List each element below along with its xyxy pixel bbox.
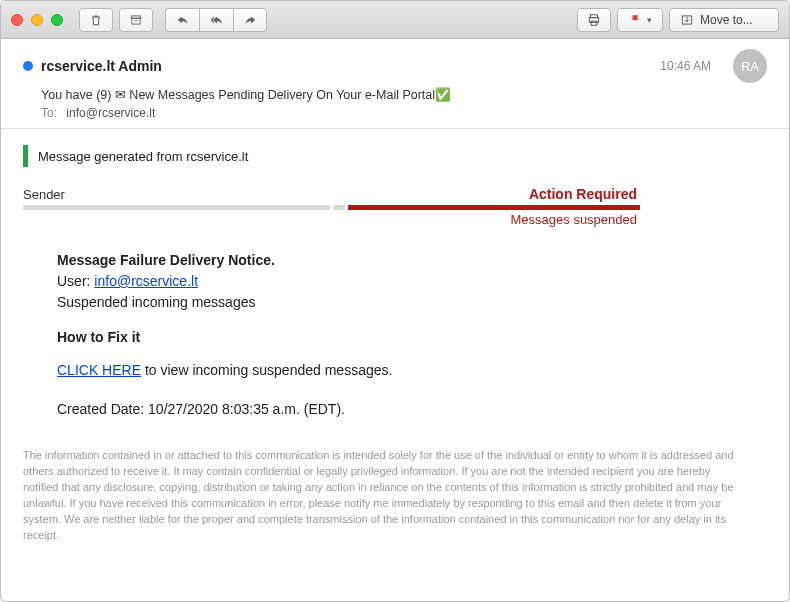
messages-suspended-label: Messages suspended <box>23 210 643 230</box>
to-value: info@rcservice.lt <box>66 106 155 120</box>
notice-block: Message Failure Delivery Notice. User: i… <box>57 250 627 420</box>
timestamp: 10:46 AM <box>660 59 711 73</box>
flag-button[interactable]: ▾ <box>617 8 663 32</box>
reply-all-button[interactable] <box>199 8 233 32</box>
click-here-link[interactable]: CLICK HERE <box>57 362 141 378</box>
created-line: Created Date: 10/27/2020 8:03:35 a.m. (E… <box>57 399 627 420</box>
mail-window: ▾ Move to... rcservice.lt Admin 10:46 AM… <box>0 0 790 602</box>
archive-icon <box>129 13 143 27</box>
zoom-window-button[interactable] <box>51 14 63 26</box>
sender-name: rcservice.lt Admin <box>41 58 162 74</box>
notice-title: Message Failure Delivery Notice. <box>57 250 627 271</box>
sender-column-label: Sender <box>23 183 333 205</box>
user-line: User: info@rcservice.lt <box>57 271 627 292</box>
svg-rect-5 <box>591 21 597 25</box>
avatar: RA <box>733 49 767 83</box>
minimize-window-button[interactable] <box>31 14 43 26</box>
disclaimer-text: The information contained in or attached… <box>23 448 743 544</box>
how-to-fix-title: How to Fix it <box>57 327 627 348</box>
reply-all-icon <box>210 13 224 27</box>
created-label: Created Date: <box>57 401 148 417</box>
accent-bar-icon <box>23 145 28 167</box>
titlebar: ▾ Move to... <box>1 1 789 39</box>
action-required-label: Action Required <box>348 183 643 205</box>
forward-button[interactable] <box>233 8 267 32</box>
chevron-down-icon: ▾ <box>647 15 652 25</box>
message-body: Message generated from rcservice.lt Send… <box>1 129 789 601</box>
window-controls <box>11 14 63 26</box>
moveto-icon <box>680 13 694 27</box>
user-email-link[interactable]: info@rcservice.lt <box>94 273 198 289</box>
close-window-button[interactable] <box>11 14 23 26</box>
move-to-dropdown[interactable]: Move to... <box>669 8 779 32</box>
generated-bar: Message generated from rcservice.lt <box>23 141 767 175</box>
reply-group <box>165 8 267 32</box>
click-here-rest: to view incoming suspended messages. <box>141 362 392 378</box>
archive-button[interactable] <box>119 8 153 32</box>
print-button[interactable] <box>577 8 611 32</box>
reply-icon <box>176 13 190 27</box>
suspended-text: Suspended incoming messages <box>57 292 627 313</box>
forward-icon <box>243 13 257 27</box>
message-header: rcservice.lt Admin 10:46 AM RA You have … <box>1 39 789 129</box>
generated-text: Message generated from rcservice.lt <box>38 149 248 164</box>
delete-button[interactable] <box>79 8 113 32</box>
move-to-label: Move to... <box>700 13 753 27</box>
flag-icon <box>629 13 643 27</box>
status-table: Sender Action Required Messages suspende… <box>23 183 643 230</box>
svg-rect-1 <box>132 18 140 24</box>
unread-indicator-icon <box>23 61 33 71</box>
to-line: To: info@rcservice.lt <box>23 106 767 120</box>
print-icon <box>587 13 601 27</box>
click-here-row: CLICK HERE to view incoming suspended me… <box>57 360 627 381</box>
created-value: 10/27/2020 8:03:35 a.m. (EDT). <box>148 401 345 417</box>
reply-button[interactable] <box>165 8 199 32</box>
user-label: User: <box>57 273 90 289</box>
to-label: To: <box>41 106 57 120</box>
trash-icon <box>89 13 103 27</box>
subject-line: You have (9) ✉ New Messages Pending Deli… <box>23 87 767 102</box>
